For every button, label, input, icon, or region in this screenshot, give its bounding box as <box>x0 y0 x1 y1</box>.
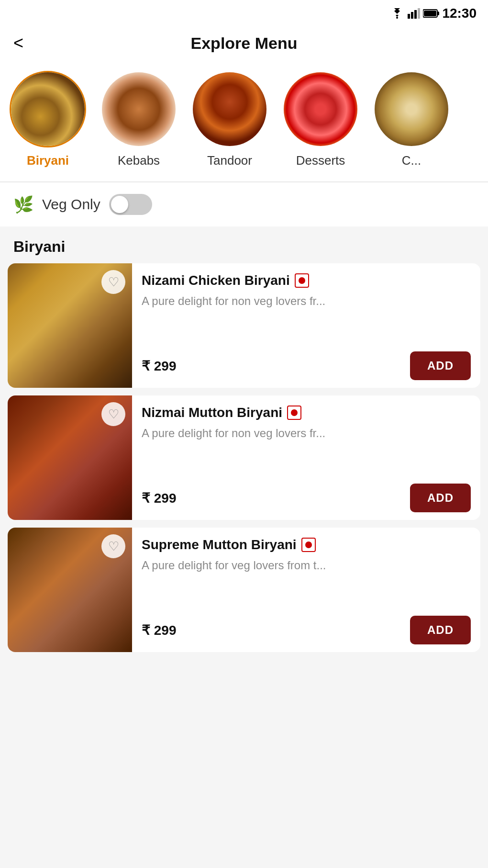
battery-icon <box>423 9 439 18</box>
food-card-image-nizami-chicken: ♡ <box>8 263 132 388</box>
veg-only-label: Veg Only <box>42 196 100 213</box>
svg-rect-3 <box>414 10 417 19</box>
food-name: Nizmai Mutton Biryani <box>142 405 282 420</box>
food-description: A pure delight for veg lovers from t... <box>142 557 471 574</box>
category-label-tandoor: Tandoor <box>207 153 252 168</box>
nonveg-badge <box>287 406 301 420</box>
category-item-chaat[interactable]: C... <box>373 71 450 168</box>
svg-rect-6 <box>437 11 439 15</box>
food-price: ₹ 299 <box>142 622 177 638</box>
add-to-cart-button-nizami-mutton[interactable]: ADD <box>410 484 471 512</box>
add-to-cart-button-supreme-mutton[interactable]: ADD <box>410 616 471 644</box>
veg-only-toggle[interactable] <box>109 194 152 215</box>
food-card-image-supreme-mutton: ♡ <box>8 528 132 652</box>
page-title: Explore Menu <box>191 34 298 53</box>
food-price: ₹ 299 <box>142 358 177 374</box>
status-bar: 12:30 <box>0 0 488 25</box>
status-icons: 12:30 <box>389 6 477 21</box>
header: < Explore Menu <box>0 25 488 61</box>
signal-icon <box>408 8 420 19</box>
status-time: 12:30 <box>442 6 477 21</box>
svg-rect-1 <box>408 14 410 19</box>
food-name: Supreme Mutton Biryani <box>142 537 297 552</box>
food-card-info-supreme-mutton: Supreme Mutton Biryani A pure delight fo… <box>132 528 480 652</box>
leaf-icon: 🌿 <box>13 195 33 214</box>
svg-point-0 <box>396 17 398 19</box>
category-item-biryani[interactable]: Biryani <box>10 71 86 168</box>
category-label-kebabs: Kebabs <box>118 153 160 168</box>
category-item-tandoor[interactable]: Tandoor <box>191 71 268 168</box>
nonveg-badge <box>295 273 309 288</box>
svg-rect-4 <box>418 8 420 19</box>
food-list: ♡ Nizami Chicken Biryani A pure delight … <box>0 263 488 652</box>
food-card: ♡ Nizmai Mutton Biryani A pure delight f… <box>8 395 480 520</box>
wifi-icon <box>389 8 405 19</box>
food-name-row: Supreme Mutton Biryani <box>142 537 471 552</box>
food-card-info-nizami-mutton: Nizmai Mutton Biryani A pure delight for… <box>132 395 480 520</box>
nonveg-dot <box>299 277 305 284</box>
heart-icon: ♡ <box>108 275 119 290</box>
food-name-row: Nizami Chicken Biryani <box>142 273 471 288</box>
nonveg-dot <box>305 541 312 548</box>
heart-icon: ♡ <box>108 407 119 422</box>
toggle-thumb <box>111 196 128 213</box>
food-price-row: ₹ 299 ADD <box>142 616 471 644</box>
category-label-chaat: C... <box>402 153 421 168</box>
back-button[interactable]: < <box>13 34 23 52</box>
food-price: ₹ 299 <box>142 490 177 506</box>
food-card: ♡ Nizami Chicken Biryani A pure delight … <box>8 263 480 388</box>
add-to-cart-button-nizami-chicken[interactable]: ADD <box>410 351 471 380</box>
category-scroll: BiryaniKebabsTandoorDessertsC... <box>0 61 488 181</box>
heart-icon: ♡ <box>108 539 119 554</box>
food-price-row: ₹ 299 ADD <box>142 351 471 380</box>
food-description: A pure delight for non veg lovers fr... <box>142 293 471 309</box>
food-name-row: Nizmai Mutton Biryani <box>142 405 471 420</box>
biryani-section-title: Biryani <box>13 238 65 255</box>
favorite-button-nizami-chicken[interactable]: ♡ <box>101 270 125 294</box>
category-label-biryani: Biryani <box>27 153 69 168</box>
category-item-desserts[interactable]: Desserts <box>282 71 359 168</box>
category-label-desserts: Desserts <box>296 153 345 168</box>
food-card-info-nizami-chicken: Nizami Chicken Biryani A pure delight fo… <box>132 263 480 388</box>
food-description: A pure delight for non veg lovers fr... <box>142 425 471 441</box>
veg-only-row: 🌿 Veg Only <box>0 182 488 226</box>
nonveg-badge <box>301 538 316 552</box>
svg-rect-2 <box>411 12 413 19</box>
svg-rect-7 <box>424 11 436 16</box>
favorite-button-supreme-mutton[interactable]: ♡ <box>101 534 125 558</box>
food-card-image-nizami-mutton: ♡ <box>8 395 132 520</box>
food-price-row: ₹ 299 ADD <box>142 484 471 512</box>
favorite-button-nizami-mutton[interactable]: ♡ <box>101 402 125 426</box>
food-name: Nizami Chicken Biryani <box>142 273 290 288</box>
category-item-kebabs[interactable]: Kebabs <box>100 71 177 168</box>
nonveg-dot <box>291 409 298 416</box>
food-card: ♡ Supreme Mutton Biryani A pure delight … <box>8 528 480 652</box>
biryani-section-header: Biryani <box>0 226 488 263</box>
